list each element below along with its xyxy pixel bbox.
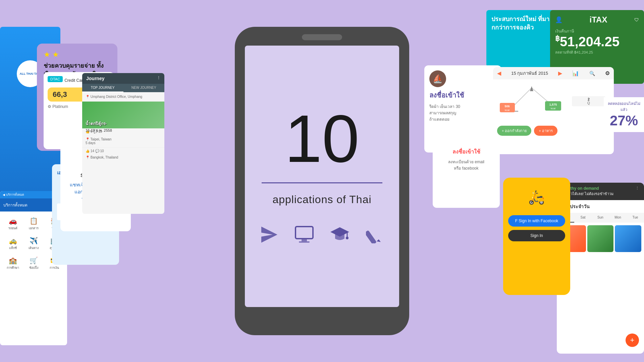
percent-badge-container: ลดหลอ่ยออนไลน์ไม่แล้ว 27% xyxy=(604,97,644,132)
health-exercise-btn[interactable]: + ออกกำลังกาย xyxy=(497,126,531,136)
food-day-mon[interactable]: Mon xyxy=(609,213,627,223)
main-subtitle: applications of Thai xyxy=(272,193,371,206)
food-img-2 xyxy=(587,225,614,252)
promo-green-text: ประสบการณ์ใหม่ ที่มากกว่าการจองคิว xyxy=(491,15,552,32)
health-left-arrow[interactable]: ◀ xyxy=(497,70,501,76)
itax-shield-icon: 🛡 xyxy=(634,17,639,22)
phone-category-icons xyxy=(261,226,383,247)
svg-text:1,575: 1,575 xyxy=(549,103,557,106)
svg-marker-8 xyxy=(377,239,381,242)
samsung-grid-item: 🚗รถยนต์ xyxy=(3,214,23,233)
itax-amount-value: ฿51,204.25 xyxy=(555,34,639,49)
percent-value: 27% xyxy=(607,113,641,129)
health-chart-section: 506 kcal 1,575 kcal 2 Q xyxy=(493,79,614,123)
itax-sub-text: ลดตามที่จ่ดิ ฿41,204.25 xyxy=(555,49,639,55)
samsung-grid-item: 🚕แท็กซี่ xyxy=(3,234,23,253)
pencil-icon xyxy=(366,226,383,247)
journey-item-2: 📍 Taipei, Taiwan 5 days xyxy=(82,135,164,148)
itax-header-row: 👤 iTAX 🛡 xyxy=(555,15,639,24)
health-chart-icon: 📊 xyxy=(572,70,579,76)
journey-item-1: 📍 Umphang District Office, Umphang xyxy=(82,92,164,102)
main-number: 10 xyxy=(285,105,359,172)
chaide-logo-area: 🛵 xyxy=(508,189,565,205)
itax-app-title: iTAX xyxy=(590,15,607,24)
health-nav-bar: ◀ 15 กุมภาพันธ์ 2015 ▶ 📊 🔍 ⚙ xyxy=(493,67,614,79)
health-search-icon: 🔍 xyxy=(589,71,595,76)
journey-location-3: 📍 Bangkok, Thailand xyxy=(82,154,164,161)
journey-tab-top[interactable]: TOP JOURNEY xyxy=(82,84,123,92)
subtitle-divider xyxy=(262,182,382,183)
health-action-buttons: + ออกกำลังกาย + อาหาร xyxy=(493,123,614,138)
svg-point-6 xyxy=(346,237,348,239)
register-logo-icon: ⛵ xyxy=(429,70,446,87)
samsung-grid-item: 📋เอกสาร xyxy=(23,214,44,233)
food-day-sun[interactable]: Sun xyxy=(592,213,609,223)
phone-speaker xyxy=(302,34,342,40)
dtac-header-badge: DTAC xyxy=(48,76,63,82)
app-chaide-delivery: 🛵 F Sign In with Facebook Sign In xyxy=(503,178,570,295)
svg-text:kcal: kcal xyxy=(551,107,555,110)
login-card-sub: ลงทะเบียนด้วย emailหรือ facebook xyxy=(439,159,493,171)
expense-stars: ★ ★ xyxy=(44,50,111,59)
svg-text:506: 506 xyxy=(504,105,509,108)
center-phone: 10 applications of Thai xyxy=(235,27,409,335)
svg-rect-7 xyxy=(366,230,377,243)
chaide-fb-button[interactable]: F Sign In with Facebook xyxy=(508,215,565,227)
journey-main-image: น้ำตกปีตู้กร- 16-19 ธ.พ. 2558 xyxy=(82,102,164,128)
journey-tab-new[interactable]: NEW JOURNEY xyxy=(123,84,165,92)
login-card-title: ลงชื่อเข้าใช้ xyxy=(439,147,493,156)
journey-stats-2: 👍 14 💬 10 xyxy=(82,148,164,154)
send-icon xyxy=(261,226,278,247)
health-right-panel: 2 Q xyxy=(572,84,605,118)
reduce-label: ลดหลอ่ยออนไลน์ไม่แล้ว xyxy=(607,101,641,113)
journey-tabs-bar: TOP JOURNEY NEW JOURNEY xyxy=(82,84,164,92)
chaide-signin-button[interactable]: Sign In xyxy=(508,230,565,241)
app-promo-green-banner: ประสบการณ์ใหม่ ที่มากกว่าการจองคิว xyxy=(486,10,557,67)
journey-header: Journey ⋮ xyxy=(82,73,164,84)
food-img-3 xyxy=(615,225,641,252)
app-journey: Journey ⋮ TOP JOURNEY NEW JOURNEY 📍 Umph… xyxy=(82,73,164,214)
health-date-label: 15 กุมภาพันธ์ 2015 xyxy=(511,70,548,77)
register-title-text: ลงชื่อเข้าใช้ xyxy=(429,90,496,100)
food-day-sat[interactable]: Sat xyxy=(574,213,592,223)
food-day-tue[interactable]: Tue xyxy=(627,213,644,223)
samsung-grid-item: 🛒ช้อปปิ้ง xyxy=(23,254,44,273)
itax-person-icon: 👤 xyxy=(555,16,562,23)
health-balance-visual: 506 kcal 1,575 kcal xyxy=(498,84,565,118)
app-health-calorie: ◀ 15 กุมภาพันธ์ 2015 ▶ 📊 🔍 ⚙ 506 kcal 1,… xyxy=(493,67,614,154)
phone-screen: 10 applications of Thai xyxy=(245,46,399,307)
register-subtitle-text: รีดผ้า เย็นเวลา 30 สามารถผลสกุญ ถ้าแตตดอ… xyxy=(429,103,496,122)
health-right-arrow[interactable]: ▶ xyxy=(558,70,562,76)
itax-refund-label: เงินคืนภาษี xyxy=(555,28,639,34)
health-settings-icon: ⚙ xyxy=(605,70,610,76)
svg-rect-1 xyxy=(296,227,313,239)
monitor-icon xyxy=(295,226,314,247)
app-login-card: ลงชื่อเข้าใช้ ลงทะเบียนด้วย emailหรือ fa… xyxy=(433,141,500,208)
health-food-btn[interactable]: + อาหาร xyxy=(534,126,557,136)
samsung-grid-item: ✈️เดินทาง xyxy=(23,234,44,253)
food-add-button[interactable]: + xyxy=(626,334,639,347)
svg-marker-0 xyxy=(261,227,277,243)
samsung-grid-item: 🏫การศึกษา xyxy=(3,254,23,273)
svg-text:kcal: kcal xyxy=(505,109,509,112)
svg-rect-3 xyxy=(299,241,310,243)
graduation-cap-icon xyxy=(330,226,349,247)
app-thai-register: ⛵ ลงชื่อเข้าใช้ รีดผ้า เย็นเวลา 30 สามาร… xyxy=(424,65,501,153)
svg-rect-2 xyxy=(302,239,307,241)
